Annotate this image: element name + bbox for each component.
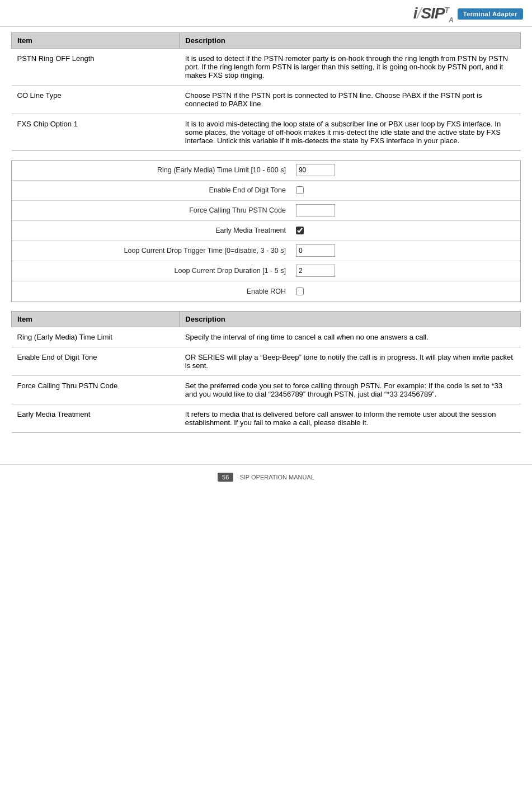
form-row: Loop Current Drop Duration [1 - 5 s]	[12, 261, 520, 281]
page-header: i/SIPTA Terminal Adapter	[0, 0, 532, 27]
form-row-label: Loop Current Drop Duration [1 - 5 s]	[12, 263, 291, 278]
logo-area: i/SIPTA Terminal Adapter	[413, 4, 523, 24]
bottom-description-table: Item Description Ring (Early Media) Time…	[11, 311, 521, 433]
bottom-table-row: Force Calling Thru PSTN CodeSet the pref…	[12, 375, 521, 404]
logo-text: i/SIPTA	[413, 4, 453, 24]
enable-end-digit-tone-checkbox[interactable]	[296, 186, 304, 194]
ring-time-limit-input[interactable]	[296, 164, 335, 176]
form-row: Enable ROH	[12, 281, 520, 302]
page-footer: 56 SIP OPERATION MANUAL	[0, 464, 532, 489]
top-table-desc-cell: Choose PSTN if the PSTN port is connecte…	[180, 85, 521, 114]
form-row-label: Enable ROH	[12, 284, 291, 299]
top-table-item-header: Item	[12, 32, 180, 48]
top-table-item-cell: FXS Chip Option 1	[12, 114, 180, 150]
bottom-table-item-cell: Enable End of Digit Tone	[12, 347, 180, 375]
form-row-label: Loop Current Drop Trigger Time [0=disabl…	[12, 243, 291, 258]
top-table-desc-cell: It is to avoid mis-detecting the loop st…	[180, 114, 521, 150]
top-table-item-cell: PSTN Ring OFF Length	[12, 48, 180, 85]
loop-current-duration-input[interactable]	[296, 265, 335, 277]
form-row-control[interactable]	[291, 224, 520, 237]
bottom-table-desc-header: Description	[180, 311, 521, 327]
top-description-table: Item Description PSTN Ring OFF LengthIt …	[11, 32, 521, 151]
bottom-table-item-cell: Force Calling Thru PSTN Code	[12, 375, 180, 404]
bottom-table-row: Enable End of Digit ToneOR SERIES will p…	[12, 347, 521, 375]
settings-form: Ring (Early Media) Time Limit [10 - 600 …	[11, 160, 521, 302]
form-row: Early Media Treatment	[12, 221, 520, 241]
loop-current-trigger-input[interactable]	[296, 244, 335, 257]
form-row: Ring (Early Media) Time Limit [10 - 600 …	[12, 161, 520, 181]
bottom-table-item-cell: Ring (Early Media) Time Limit	[12, 327, 180, 347]
form-row-control[interactable]	[291, 262, 520, 279]
bottom-table-item-header: Item	[12, 311, 180, 327]
early-media-treatment-checkbox[interactable]	[296, 227, 304, 234]
page-number: 56	[218, 473, 233, 482]
bottom-table-item-cell: Early Media Treatment	[12, 404, 180, 432]
form-row-control[interactable]	[291, 184, 520, 196]
top-table-row: FXS Chip Option 1It is to avoid mis-dete…	[12, 114, 521, 150]
form-row-control[interactable]	[291, 285, 520, 298]
bottom-table-desc-cell: Specify the interval of ring time to can…	[180, 327, 521, 347]
force-calling-pstn-code-input[interactable]	[296, 204, 335, 216]
form-row-label: Ring (Early Media) Time Limit [10 - 600 …	[12, 163, 291, 177]
top-table-desc-header: Description	[180, 32, 521, 48]
bottom-table-row: Ring (Early Media) Time LimitSpecify the…	[12, 327, 521, 347]
top-table-row: CO Line TypeChoose PSTN if the PSTN port…	[12, 85, 521, 114]
terminal-adapter-badge: Terminal Adapter	[458, 8, 523, 20]
bottom-table-desc-cell: OR SERIES will play a “Beep-Beep” tone t…	[180, 347, 521, 375]
form-row-control[interactable]	[291, 162, 520, 178]
form-row-control[interactable]	[291, 242, 520, 259]
form-row: Enable End of Digit Tone	[12, 181, 520, 201]
form-row-label: Enable End of Digit Tone	[12, 183, 291, 197]
main-content: Item Description PSTN Ring OFF LengthIt …	[0, 27, 532, 453]
top-table-row: PSTN Ring OFF LengthIt is used to detect…	[12, 48, 521, 85]
form-row: Loop Current Drop Trigger Time [0=disabl…	[12, 241, 520, 261]
footer-label: SIP OPERATION MANUAL	[239, 474, 314, 481]
bottom-table-desc-cell: Set the preferred code you set to force …	[180, 375, 521, 404]
form-row-label: Early Media Treatment	[12, 223, 291, 238]
bottom-table-row: Early Media TreatmentIt refers to media …	[12, 404, 521, 432]
form-row: Force Calling Thru PSTN Code	[12, 201, 520, 221]
enable-roh-checkbox[interactable]	[296, 288, 304, 295]
top-table-desc-cell: It is used to detect if the PSTN remoter…	[180, 48, 521, 85]
form-row-label: Force Calling Thru PSTN Code	[12, 203, 291, 218]
bottom-table-desc-cell: It refers to media that is delivered bef…	[180, 404, 521, 432]
form-row-control[interactable]	[291, 202, 520, 219]
top-table-item-cell: CO Line Type	[12, 85, 180, 114]
